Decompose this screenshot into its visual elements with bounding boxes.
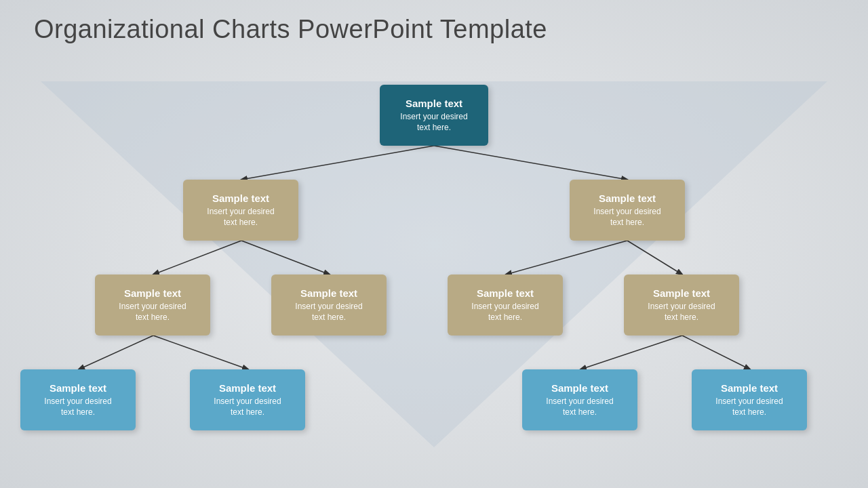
node-root[interactable]: Sample text Insert your desiredtext here… xyxy=(380,85,488,146)
node-l3-3-subtitle: Insert your desiredtext here. xyxy=(471,302,538,323)
node-l2-left-subtitle: Insert your desiredtext here. xyxy=(207,207,274,228)
node-l4-1-subtitle: Insert your desiredtext here. xyxy=(44,396,111,418)
node-l3-4[interactable]: Sample text Insert your desiredtext here… xyxy=(624,274,739,336)
node-l3-2-subtitle: Insert your desiredtext here. xyxy=(295,302,362,323)
node-l4-1-title: Sample text xyxy=(50,382,106,394)
page-title: Organizational Charts PowerPoint Templat… xyxy=(34,15,547,44)
node-l2-right-title: Sample text xyxy=(599,192,656,205)
node-l4-3[interactable]: Sample text Insert your desiredtext here… xyxy=(522,369,637,430)
node-l3-1-subtitle: Insert your desiredtext here. xyxy=(119,302,186,323)
node-l2-left-title: Sample text xyxy=(212,192,269,205)
node-l2-right[interactable]: Sample text Insert your desiredtext here… xyxy=(570,180,685,241)
node-l3-1[interactable]: Sample text Insert your desiredtext here… xyxy=(95,274,210,336)
node-l3-4-subtitle: Insert your desiredtext here. xyxy=(648,302,715,323)
node-l3-3[interactable]: Sample text Insert your desiredtext here… xyxy=(448,274,563,336)
node-l4-1[interactable]: Sample text Insert your desiredtext here… xyxy=(20,369,136,430)
node-l4-2-title: Sample text xyxy=(219,382,276,394)
node-root-subtitle: Insert your desiredtext here. xyxy=(400,112,467,133)
node-l2-left[interactable]: Sample text Insert your desiredtext here… xyxy=(183,180,298,241)
node-l3-2-title: Sample text xyxy=(300,287,357,300)
node-l3-4-title: Sample text xyxy=(653,287,710,300)
node-l4-4-title: Sample text xyxy=(721,382,778,394)
node-l4-3-subtitle: Insert your desiredtext here. xyxy=(546,396,613,418)
node-l4-2[interactable]: Sample text Insert your desiredtext here… xyxy=(190,369,305,430)
node-l4-2-subtitle: Insert your desiredtext here. xyxy=(214,396,281,418)
node-l4-4[interactable]: Sample text Insert your desiredtext here… xyxy=(692,369,807,430)
node-l2-right-subtitle: Insert your desiredtext here. xyxy=(593,207,660,228)
node-l3-2[interactable]: Sample text Insert your desiredtext here… xyxy=(271,274,387,336)
node-root-title: Sample text xyxy=(406,98,462,110)
node-l3-3-title: Sample text xyxy=(477,287,534,300)
node-l4-3-title: Sample text xyxy=(551,382,608,394)
node-l3-1-title: Sample text xyxy=(124,287,181,300)
chart-container: Sample text Insert your desiredtext here… xyxy=(0,68,868,488)
node-l4-4-subtitle: Insert your desiredtext here. xyxy=(715,396,783,418)
